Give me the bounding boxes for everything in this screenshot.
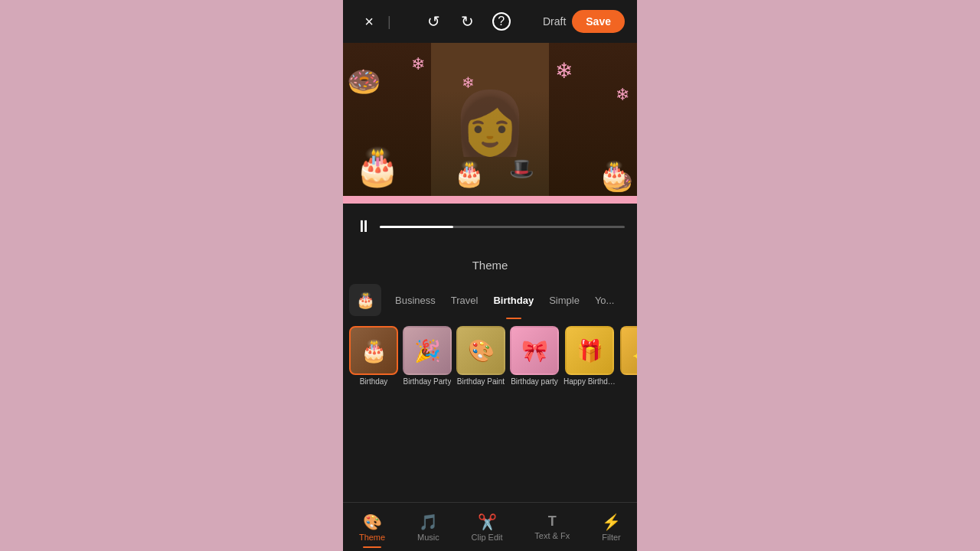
theme-label-birthday: Birthday bbox=[360, 377, 388, 386]
nav-item-clip-edit[interactable]: ✂️ Clip Edit bbox=[472, 513, 503, 542]
theme-thumb-birthday-party-inner: 🎉 bbox=[404, 328, 450, 373]
snowflake-icon-1: ❄ bbox=[411, 54, 425, 74]
theme-item-happy-birthday[interactable]: 🎁 Happy Birthday bbox=[564, 326, 616, 386]
timeline-area: ⏸ bbox=[343, 204, 637, 249]
donut-icon-1: 🍩 bbox=[347, 66, 381, 98]
theme-item-birthday-party2[interactable]: 🎀 Birthday party bbox=[510, 326, 559, 386]
theme-item-b[interactable]: ✨ B... bbox=[620, 326, 637, 386]
music-nav-icon: 🎵 bbox=[419, 513, 438, 531]
birthday-party-icon: 🎉 bbox=[414, 338, 441, 364]
theme-thumb-b: ✨ bbox=[620, 326, 637, 375]
happy-birthday-icon: 🎁 bbox=[577, 338, 603, 364]
category-icon: 🎂 bbox=[356, 291, 375, 309]
theme-label-birthday-party: Birthday Party bbox=[403, 377, 452, 386]
theme-label-area: Theme bbox=[343, 249, 637, 280]
tab-simple[interactable]: Simple bbox=[541, 284, 587, 316]
header-left: × | bbox=[355, 8, 393, 35]
birthday-icon: 🎂 bbox=[361, 338, 387, 364]
cake-icon-3: 🎂 bbox=[599, 159, 629, 188]
snowflake-icon-2: ❄ bbox=[462, 73, 475, 92]
nav-item-filter[interactable]: ⚡ Filter bbox=[602, 513, 621, 542]
tab-simple-label: Simple bbox=[549, 295, 580, 306]
redo-icon: ↻ bbox=[461, 12, 474, 31]
pause-icon: ⏸ bbox=[355, 217, 372, 236]
header: × | ↺ ↻ ? Draft Save bbox=[343, 0, 637, 43]
help-icon: ? bbox=[492, 12, 511, 31]
birthday-party2-icon: 🎀 bbox=[521, 338, 548, 364]
category-tabs: 🎂 Business Travel Birthday Simple Yo... bbox=[343, 280, 637, 320]
theme-thumb-birthday-paint-inner: 🎨 bbox=[458, 328, 504, 373]
theme-item-birthday[interactable]: 🎂 Birthday bbox=[349, 326, 398, 386]
theme-thumb-birthday: 🎂 bbox=[349, 326, 398, 375]
separator: | bbox=[386, 14, 393, 30]
tab-birthday[interactable]: Birthday bbox=[485, 284, 541, 316]
video-preview-inner: 🍩 🎂 ❄ 👩 ❄ 🎂 🎩 🍩 ❄ ❄ 🎂 bbox=[343, 43, 637, 204]
filter-nav-label: Filter bbox=[602, 533, 620, 542]
video-preview: 🍩 🎂 ❄ 👩 ❄ 🎂 🎩 🍩 ❄ ❄ 🎂 bbox=[343, 43, 637, 204]
clip-edit-nav-label: Clip Edit bbox=[472, 533, 503, 542]
nav-item-theme[interactable]: 🎨 Theme bbox=[359, 513, 385, 542]
tab-you[interactable]: Yo... bbox=[587, 284, 622, 316]
snowflake-icon-4: ❄ bbox=[616, 85, 629, 105]
snowflake-icon-3: ❄ bbox=[555, 58, 573, 83]
frame-right: 🍩 ❄ ❄ 🎂 bbox=[549, 43, 637, 204]
theme-item-birthday-paint[interactable]: 🎨 Birthday Paint bbox=[456, 326, 505, 386]
hat-icon-1: 🎩 bbox=[509, 157, 534, 181]
save-button[interactable]: Save bbox=[572, 10, 625, 33]
scrubber[interactable] bbox=[380, 226, 625, 228]
header-right: Draft Save bbox=[543, 10, 625, 33]
theme-thumb-birthday-party2-inner: 🎀 bbox=[511, 328, 557, 373]
theme-thumb-happy-birthday-inner: 🎁 bbox=[567, 328, 612, 373]
theme-thumb-birthday-party: 🎉 bbox=[403, 326, 452, 375]
frame-center: 👩 ❄ 🎂 🎩 bbox=[431, 43, 549, 204]
theme-thumb-birthday-party2: 🎀 bbox=[510, 326, 559, 375]
theme-label-happy-birthday: Happy Birthday bbox=[564, 377, 616, 386]
draft-label: Draft bbox=[543, 15, 566, 28]
person-silhouette: 👩 bbox=[452, 87, 528, 159]
b-icon: ✨ bbox=[632, 338, 638, 364]
app-container: × | ↺ ↻ ? Draft Save 🍩 🎂 bbox=[343, 0, 637, 551]
theme-thumb-birthday-inner: 🎂 bbox=[351, 328, 397, 373]
nav-item-text-fx[interactable]: T Text & Fx bbox=[534, 514, 570, 540]
tab-you-label: Yo... bbox=[595, 295, 615, 306]
tab-business-label: Business bbox=[395, 295, 436, 306]
theme-nav-icon: 🎨 bbox=[363, 513, 382, 531]
pink-border-bottom bbox=[343, 196, 637, 204]
theme-thumb-birthday-paint: 🎨 bbox=[456, 326, 505, 375]
birthday-paint-icon: 🎨 bbox=[468, 338, 495, 364]
close-icon: × bbox=[364, 13, 374, 31]
cake-icon-2: 🎂 bbox=[454, 159, 485, 188]
nav-item-music[interactable]: 🎵 Music bbox=[417, 513, 439, 542]
theme-label-birthday-party2: Birthday party bbox=[511, 377, 558, 386]
frame-left: 🍩 🎂 ❄ bbox=[343, 43, 431, 204]
cake-icon-1: 🎂 bbox=[354, 145, 400, 188]
theme-thumb-happy-birthday: 🎁 bbox=[565, 326, 614, 375]
scrubber-progress bbox=[380, 226, 453, 228]
theme-grid: 🎂 Birthday 🎉 Birthday Party 🎨 Birthday P… bbox=[343, 320, 637, 396]
undo-button[interactable]: ↺ bbox=[420, 8, 448, 35]
text-fx-nav-icon: T bbox=[548, 514, 557, 530]
undo-icon: ↺ bbox=[427, 12, 440, 31]
filter-nav-icon: ⚡ bbox=[602, 513, 621, 531]
theme-nav-label: Theme bbox=[359, 533, 385, 542]
category-icon-button[interactable]: 🎂 bbox=[349, 284, 381, 316]
redo-button[interactable]: ↻ bbox=[454, 8, 482, 35]
theme-item-birthday-party[interactable]: 🎉 Birthday Party bbox=[403, 326, 452, 386]
tab-business[interactable]: Business bbox=[387, 284, 443, 316]
header-center: ↺ ↻ ? bbox=[420, 8, 515, 35]
help-button[interactable]: ? bbox=[488, 8, 515, 35]
theme-thumb-b-inner: ✨ bbox=[622, 328, 637, 373]
music-nav-label: Music bbox=[417, 533, 439, 542]
theme-section-label: Theme bbox=[472, 259, 508, 272]
pause-button[interactable]: ⏸ bbox=[355, 217, 372, 236]
tab-travel-label: Travel bbox=[451, 295, 479, 306]
tab-travel[interactable]: Travel bbox=[443, 284, 486, 316]
text-fx-nav-label: Text & Fx bbox=[534, 531, 570, 540]
bottom-nav: 🎨 Theme 🎵 Music ✂️ Clip Edit T Text & Fx… bbox=[343, 502, 637, 551]
close-button[interactable]: × bbox=[355, 8, 383, 35]
clip-edit-nav-icon: ✂️ bbox=[478, 513, 497, 531]
tab-birthday-label: Birthday bbox=[493, 295, 534, 306]
theme-label-birthday-paint: Birthday Paint bbox=[457, 377, 505, 386]
